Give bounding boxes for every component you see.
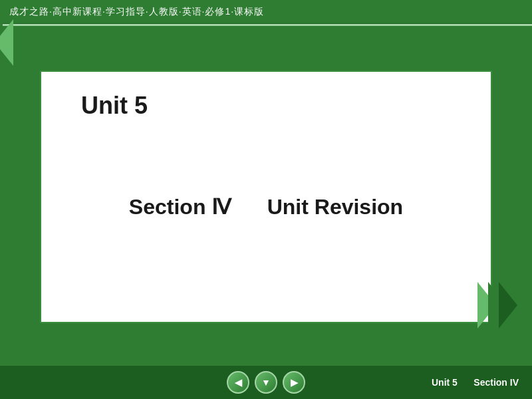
home-button[interactable]: ▼ <box>255 371 277 394</box>
header-bar: 成才之路·高中新课程·学习指导·人教版·英语·必修1·课标版 <box>0 0 532 24</box>
section-title: Section Ⅳ Unit Revision <box>129 194 403 219</box>
chevrons-top-left <box>0 19 13 66</box>
chevron-right-3 <box>499 282 517 329</box>
revision-label: Unit Revision <box>267 195 403 219</box>
footer-divider <box>464 376 467 388</box>
footer-section-label: Section IV <box>473 377 519 388</box>
next-button[interactable]: ▶ <box>283 371 305 394</box>
footer: ◀ ▼ ▶ Unit 5 Section IV <box>0 366 532 399</box>
content-card: Unit 5 Section Ⅳ Unit Revision <box>40 70 492 323</box>
section-label: Section Ⅳ <box>129 195 231 219</box>
chevron-left-3 <box>0 19 13 66</box>
footer-unit-label: Unit 5 <box>432 377 458 388</box>
main-content: Unit 5 Section Ⅳ Unit Revision <box>0 26 532 368</box>
footer-info: Unit 5 Section IV <box>432 376 519 388</box>
header-title: 成才之路·高中新课程·学习指导·人教版·英语·必修1·课标版 <box>9 6 264 18</box>
prev-button[interactable]: ◀ <box>227 371 249 394</box>
chevrons-bottom-right <box>477 282 517 329</box>
unit-title: Unit 5 <box>81 92 148 120</box>
footer-nav: ◀ ▼ ▶ <box>227 371 305 394</box>
